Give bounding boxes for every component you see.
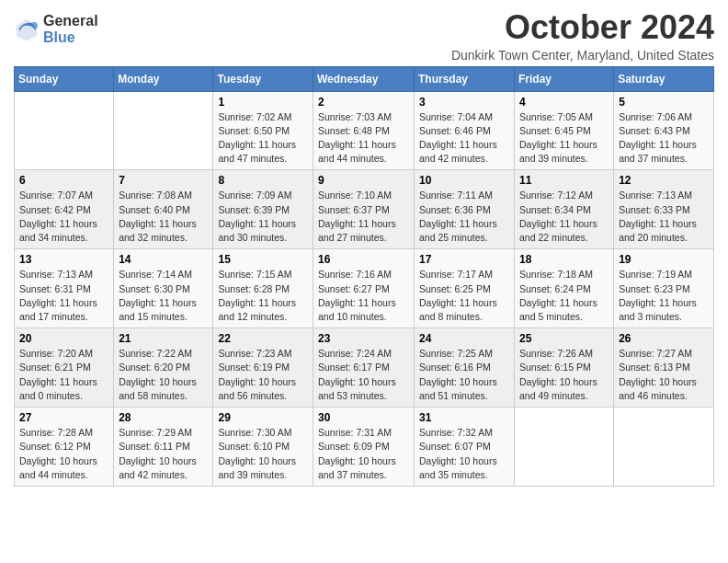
day-info: Sunrise: 7:09 AM Sunset: 6:39 PM Dayligh… — [218, 189, 308, 245]
day-info: Sunrise: 7:12 AM Sunset: 6:34 PM Dayligh… — [519, 189, 609, 245]
day-number: 28 — [119, 411, 208, 424]
day-number: 16 — [318, 253, 409, 266]
day-info: Sunrise: 7:28 AM Sunset: 6:12 PM Dayligh… — [19, 426, 108, 482]
day-cell: 11Sunrise: 7:12 AM Sunset: 6:34 PM Dayli… — [515, 170, 614, 249]
day-number: 29 — [218, 411, 308, 424]
day-info: Sunrise: 7:19 AM Sunset: 6:23 PM Dayligh… — [619, 268, 709, 324]
day-cell: 23Sunrise: 7:24 AM Sunset: 6:17 PM Dayli… — [313, 328, 415, 408]
week-row-5: 27Sunrise: 7:28 AM Sunset: 6:12 PM Dayli… — [15, 408, 714, 487]
day-cell: 2Sunrise: 7:03 AM Sunset: 6:48 PM Daylig… — [313, 91, 415, 170]
day-info: Sunrise: 7:29 AM Sunset: 6:11 PM Dayligh… — [119, 426, 208, 482]
day-info: Sunrise: 7:26 AM Sunset: 6:15 PM Dayligh… — [519, 347, 609, 403]
day-number: 14 — [119, 253, 208, 266]
day-info: Sunrise: 7:32 AM Sunset: 6:07 PM Dayligh… — [419, 426, 509, 482]
day-number: 8 — [218, 174, 308, 187]
day-cell — [614, 408, 714, 487]
day-cell: 20Sunrise: 7:20 AM Sunset: 6:21 PM Dayli… — [15, 328, 114, 408]
day-cell: 19Sunrise: 7:19 AM Sunset: 6:23 PM Dayli… — [614, 249, 714, 328]
day-cell: 7Sunrise: 7:08 AM Sunset: 6:40 PM Daylig… — [114, 170, 213, 249]
day-number: 22 — [218, 332, 308, 345]
day-number: 9 — [318, 174, 409, 187]
day-cell: 21Sunrise: 7:22 AM Sunset: 6:20 PM Dayli… — [114, 328, 213, 408]
week-row-3: 13Sunrise: 7:13 AM Sunset: 6:31 PM Dayli… — [15, 249, 714, 328]
day-info: Sunrise: 7:11 AM Sunset: 6:36 PM Dayligh… — [419, 189, 509, 245]
day-cell: 10Sunrise: 7:11 AM Sunset: 6:36 PM Dayli… — [415, 170, 515, 249]
day-number: 23 — [318, 332, 409, 345]
day-number: 25 — [519, 332, 609, 345]
day-cell: 8Sunrise: 7:09 AM Sunset: 6:39 PM Daylig… — [213, 170, 313, 249]
day-cell: 5Sunrise: 7:06 AM Sunset: 6:43 PM Daylig… — [614, 91, 714, 170]
day-cell: 29Sunrise: 7:30 AM Sunset: 6:10 PM Dayli… — [213, 408, 313, 487]
day-info: Sunrise: 7:10 AM Sunset: 6:37 PM Dayligh… — [318, 189, 409, 245]
day-cell — [114, 91, 213, 170]
day-cell: 3Sunrise: 7:04 AM Sunset: 6:46 PM Daylig… — [415, 91, 515, 170]
title-area: October 2024 Dunkirk Town Center, Maryla… — [451, 9, 714, 63]
day-number: 10 — [419, 174, 509, 187]
day-number: 4 — [519, 96, 609, 109]
day-number: 19 — [619, 253, 709, 266]
day-cell — [15, 91, 114, 170]
day-cell: 15Sunrise: 7:15 AM Sunset: 6:28 PM Dayli… — [213, 249, 313, 328]
day-number: 27 — [19, 411, 108, 424]
day-number: 24 — [419, 332, 509, 345]
day-header-row: SundayMondayTuesdayWednesdayThursdayFrid… — [15, 66, 714, 91]
day-info: Sunrise: 7:14 AM Sunset: 6:30 PM Dayligh… — [119, 268, 208, 324]
location-title: Dunkirk Town Center, Maryland, United St… — [451, 48, 714, 63]
day-number: 30 — [318, 411, 409, 424]
day-cell: 26Sunrise: 7:27 AM Sunset: 6:13 PM Dayli… — [614, 328, 714, 408]
day-header-tuesday: Tuesday — [213, 66, 313, 91]
logo-general-text: General — [43, 13, 98, 29]
day-info: Sunrise: 7:22 AM Sunset: 6:20 PM Dayligh… — [119, 347, 208, 403]
month-title: October 2024 — [451, 9, 714, 46]
header: General Blue October 2024 Dunkirk Town C… — [14, 9, 714, 63]
day-info: Sunrise: 7:05 AM Sunset: 6:45 PM Dayligh… — [519, 110, 609, 167]
logo-blue-text: Blue — [43, 29, 98, 46]
day-number: 5 — [619, 96, 709, 109]
logo-icon — [14, 17, 40, 42]
day-info: Sunrise: 7:24 AM Sunset: 6:17 PM Dayligh… — [318, 347, 409, 403]
day-number: 17 — [419, 253, 509, 266]
logo-text: General Blue — [43, 13, 98, 45]
day-number: 20 — [19, 332, 108, 345]
logo: General Blue — [14, 13, 98, 45]
day-info: Sunrise: 7:30 AM Sunset: 6:10 PM Dayligh… — [218, 426, 308, 482]
week-row-4: 20Sunrise: 7:20 AM Sunset: 6:21 PM Dayli… — [15, 328, 714, 408]
day-number: 1 — [218, 96, 308, 109]
day-cell: 27Sunrise: 7:28 AM Sunset: 6:12 PM Dayli… — [15, 408, 114, 487]
day-header-thursday: Thursday — [415, 66, 515, 91]
calendar-body: 1Sunrise: 7:02 AM Sunset: 6:50 PM Daylig… — [15, 91, 714, 486]
day-header-friday: Friday — [515, 66, 614, 91]
day-header-saturday: Saturday — [614, 66, 714, 91]
day-cell: 4Sunrise: 7:05 AM Sunset: 6:45 PM Daylig… — [515, 91, 614, 170]
day-number: 21 — [119, 332, 208, 345]
day-info: Sunrise: 7:31 AM Sunset: 6:09 PM Dayligh… — [318, 426, 409, 482]
day-number: 13 — [19, 253, 108, 266]
day-number: 18 — [519, 253, 609, 266]
day-cell: 18Sunrise: 7:18 AM Sunset: 6:24 PM Dayli… — [515, 249, 614, 328]
day-number: 15 — [218, 253, 308, 266]
day-cell: 9Sunrise: 7:10 AM Sunset: 6:37 PM Daylig… — [313, 170, 415, 249]
day-info: Sunrise: 7:04 AM Sunset: 6:46 PM Dayligh… — [419, 110, 509, 167]
day-cell: 13Sunrise: 7:13 AM Sunset: 6:31 PM Dayli… — [15, 249, 114, 328]
day-header-wednesday: Wednesday — [313, 66, 415, 91]
day-cell: 24Sunrise: 7:25 AM Sunset: 6:16 PM Dayli… — [415, 328, 515, 408]
day-info: Sunrise: 7:23 AM Sunset: 6:19 PM Dayligh… — [218, 347, 308, 403]
day-info: Sunrise: 7:06 AM Sunset: 6:43 PM Dayligh… — [619, 110, 709, 167]
week-row-2: 6Sunrise: 7:07 AM Sunset: 6:42 PM Daylig… — [15, 170, 714, 249]
day-cell: 1Sunrise: 7:02 AM Sunset: 6:50 PM Daylig… — [213, 91, 313, 170]
day-cell: 17Sunrise: 7:17 AM Sunset: 6:25 PM Dayli… — [415, 249, 515, 328]
day-cell: 16Sunrise: 7:16 AM Sunset: 6:27 PM Dayli… — [313, 249, 415, 328]
day-info: Sunrise: 7:20 AM Sunset: 6:21 PM Dayligh… — [19, 347, 108, 403]
day-number: 6 — [19, 174, 108, 187]
day-info: Sunrise: 7:02 AM Sunset: 6:50 PM Dayligh… — [218, 110, 308, 167]
day-cell: 6Sunrise: 7:07 AM Sunset: 6:42 PM Daylig… — [15, 170, 114, 249]
day-info: Sunrise: 7:25 AM Sunset: 6:16 PM Dayligh… — [419, 347, 509, 403]
calendar-header: SundayMondayTuesdayWednesdayThursdayFrid… — [15, 66, 714, 91]
day-number: 3 — [419, 96, 509, 109]
day-info: Sunrise: 7:13 AM Sunset: 6:31 PM Dayligh… — [19, 268, 108, 324]
day-cell: 12Sunrise: 7:13 AM Sunset: 6:33 PM Dayli… — [614, 170, 714, 249]
day-info: Sunrise: 7:17 AM Sunset: 6:25 PM Dayligh… — [419, 268, 509, 324]
day-header-monday: Monday — [114, 66, 213, 91]
day-info: Sunrise: 7:27 AM Sunset: 6:13 PM Dayligh… — [619, 347, 709, 403]
day-cell: 28Sunrise: 7:29 AM Sunset: 6:11 PM Dayli… — [114, 408, 213, 487]
